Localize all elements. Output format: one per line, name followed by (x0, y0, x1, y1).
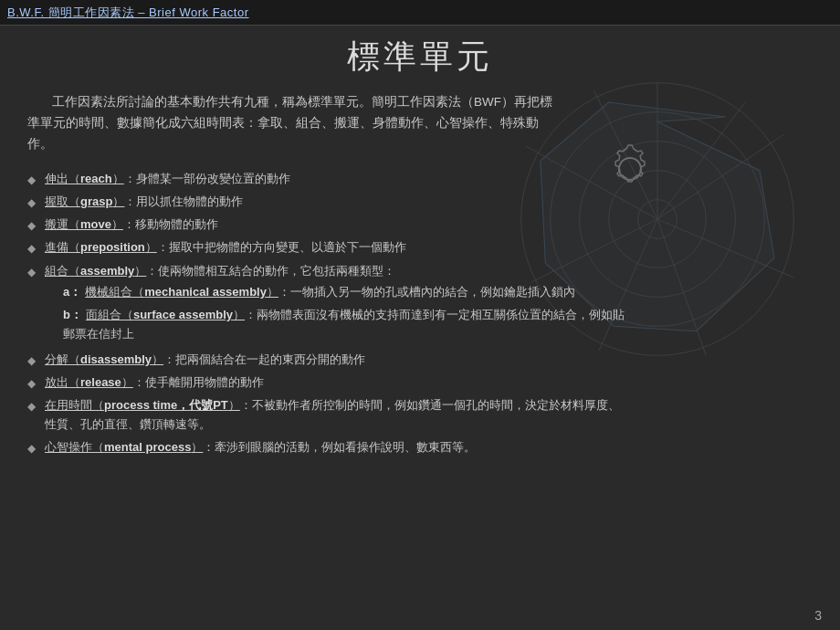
bullet-content: 伸出（reach）：身體某一部份改變位置的動作 (45, 170, 629, 189)
bullet-list: ◆ 伸出（reach）：身體某一部份改變位置的動作 ◆ 握取（grasp）：用以… (27, 170, 813, 457)
page-number: 3 (814, 608, 822, 623)
sub-label-a: a： (63, 285, 81, 299)
sub-item-a: a：機械組合（mechanical assembly）：一物插入另一物的孔或槽內… (63, 282, 629, 301)
term-move: 搬運（move） (45, 217, 123, 231)
list-item: ◆ 分解（disassembly）：把兩個結合在一起的東西分開的動作 (27, 351, 813, 370)
bullet-diamond: ◆ (27, 217, 36, 235)
sub-label-b: b： (63, 308, 82, 321)
nav-title: B.W.F. 簡明工作因素法 – Brief Work Factor (7, 5, 249, 21)
bullet-content-assembly: 組合（assembly）：使兩物體相互結合的動作，它包括兩種類型： a：機械組合… (45, 262, 629, 347)
list-item: ◆ 握取（grasp）：用以抓住物體的動作 (27, 193, 813, 212)
bullet-content: 搬運（move）：移動物體的動作 (45, 215, 629, 235)
bullet-diamond: ◆ (27, 375, 36, 393)
bullet-diamond: ◆ (27, 194, 36, 212)
term-process-time: 在用時間（process time，代號PT） (45, 398, 240, 412)
page-title: 標準單元 (27, 35, 813, 79)
list-item-assembly: ◆ 組合（assembly）：使兩物體相互結合的動作，它包括兩種類型： a：機械… (27, 262, 813, 347)
list-item: ◆ 在用時間（process time，代號PT）：不被動作者所控制的時間，例如… (27, 396, 813, 435)
list-item: ◆ 伸出（reach）：身體某一部份改變位置的動作 (27, 170, 813, 189)
bullet-diamond: ◆ (27, 352, 36, 370)
term-mechanical-assembly: 機械組合（mechanical assembly） (85, 285, 278, 299)
bullet-content: 進備（preposition）：握取中把物體的方向變更、以適於下一個動作 (45, 238, 629, 257)
list-item: ◆ 進備（preposition）：握取中把物體的方向變更、以適於下一個動作 (27, 238, 813, 257)
nav-bar: B.W.F. 簡明工作因素法 – Brief Work Factor (0, 0, 840, 26)
bullet-content: 握取（grasp）：用以抓住物體的動作 (45, 193, 629, 212)
bullet-diamond: ◆ (27, 264, 36, 281)
term-grasp: 握取（grasp） (45, 194, 124, 208)
term-preposition: 進備（preposition） (45, 240, 157, 254)
sub-item-b: b：面組合（surface assembly）：兩物體表面沒有機械的支持而達到有… (63, 305, 629, 344)
bullet-content: 分解（disassembly）：把兩個結合在一起的東西分開的動作 (45, 351, 629, 370)
term-assembly: 組合（assembly） (45, 264, 146, 278)
bullet-diamond: ◆ (27, 240, 36, 257)
term-disassembly: 分解（disassembly） (45, 352, 163, 366)
bullet-diamond: ◆ (27, 440, 36, 457)
list-item: ◆ 放出（release）：使手離開用物體的動作 (27, 373, 813, 393)
bullet-content: 放出（release）：使手離開用物體的動作 (45, 373, 629, 393)
bullet-diamond: ◆ (27, 398, 36, 415)
term-mental-process: 心智操作（mental process） (45, 440, 203, 454)
term-surface-assembly: 面組合（surface assembly） (86, 308, 245, 321)
main-content: 標準單元 工作因素法所討論的基本動作共有九種，稱為標準單元。簡明工作因素法（BW… (0, 26, 840, 630)
list-item: ◆ 心智操作（mental process）：牽涉到眼腦的活動，例如看操作說明、… (27, 438, 813, 457)
sub-items: a：機械組合（mechanical assembly）：一物插入另一物的孔或槽內… (63, 282, 629, 343)
intro-text: 工作因素法所討論的基本動作共有九種，稱為標準單元。簡明工作因素法（BWF）再把標… (27, 92, 557, 155)
list-item: ◆ 搬運（move）：移動物體的動作 (27, 215, 813, 235)
term-release: 放出（release） (45, 375, 133, 389)
term-reach: 伸出（reach） (45, 172, 124, 185)
bullet-diamond: ◆ (27, 172, 36, 189)
bullet-content: 心智操作（mental process）：牽涉到眼腦的活動，例如看操作說明、數東… (45, 438, 629, 457)
bullet-content: 在用時間（process time，代號PT）：不被動作者所控制的時間，例如鑽通… (45, 396, 629, 435)
